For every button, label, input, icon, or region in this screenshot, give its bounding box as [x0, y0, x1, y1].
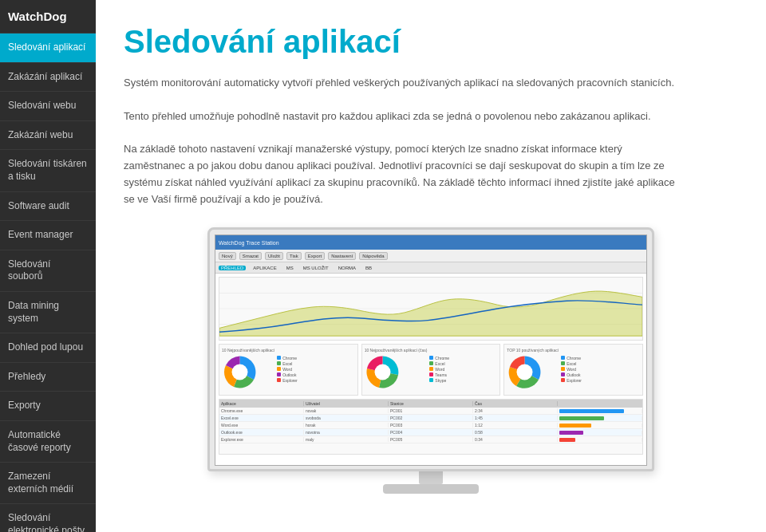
pie-title-1: 10 Nejpoužívanějších aplikací [222, 348, 274, 353]
svg-point-4 [232, 364, 248, 380]
sidebar-item-0[interactable]: Sledování aplikací [0, 33, 96, 63]
table-header: Aplikace Uživatel Stanice Čas [219, 400, 642, 408]
para-3: Na základě tohoto nastavení vznikají man… [124, 143, 675, 204]
snav-ms-ulozit: MS ULOŽIT [301, 266, 331, 270]
table-row: Explorer.exe maly PC005 0:34 [219, 436, 642, 443]
pie-chart-3 [507, 354, 543, 390]
sidebar-item-6[interactable]: Event manager [0, 221, 96, 250]
monitor-screen: WatchDog Trace Station Nový Smazat Uloži… [215, 234, 647, 466]
sidebar-item-11[interactable]: Exporty [0, 392, 96, 421]
pie-title-3: TOP 10 používaných aplikací [507, 348, 559, 353]
chart-area [219, 277, 643, 341]
monitor-illustration: WatchDog Trace Station Nový Smazat Uloži… [124, 227, 738, 494]
tb-delete: Smazat [239, 252, 262, 260]
pie-title-2: 10 Nejpoužívanějších aplikací (čas) [365, 348, 428, 353]
table-row: Word.exe horak PC003 1:12 [219, 422, 642, 429]
pie-box-1: 10 Nejpoužívanějších aplikací [219, 344, 358, 396]
sidebar-item-14[interactable]: Sledování elektronické pošty zaměstnanců [0, 504, 96, 532]
tb-settings: Nastavení [328, 252, 356, 260]
snav-prehled: PŘEHLED [219, 266, 246, 270]
main-content: Sledování aplikací Systém monitorování a… [96, 0, 766, 532]
sidebar-item-7[interactable]: Sledování souborů [0, 250, 96, 292]
svg-point-6 [374, 364, 390, 380]
screen-nav: PŘEHLED APLIKACE MS MS ULOŽIT NORMA BB [215, 262, 646, 274]
sidebar-item-2[interactable]: Sledování webu [0, 92, 96, 121]
sidebar-item-3[interactable]: Zakázání webu [0, 121, 96, 151]
tb-export: Export [305, 252, 325, 260]
screen-title: WatchDog Trace Station [219, 240, 279, 246]
table-area: Aplikace Uživatel Stanice Čas Chrome.exe… [219, 399, 643, 455]
tb-save: Uložit [265, 252, 283, 260]
screen-body: 10 Nejpoužívanějších aplikací [215, 274, 646, 458]
pie-chart-2 [365, 354, 401, 390]
pie-legend-1: Chrome Excel Word Outlook Explorer [277, 356, 298, 384]
tb-print: Tisk [286, 252, 302, 260]
screen-topbar: WatchDog Trace Station [215, 235, 646, 250]
page-title: Sledování aplikací [124, 24, 738, 59]
pie-box-3: TOP 10 používaných aplikací [503, 344, 643, 396]
sidebar-item-4[interactable]: Sledování tiskáren a tisku [0, 150, 96, 191]
description-block: Systém monitorování automaticky vytvoří … [124, 75, 682, 207]
brand-logo: WatchDog [0, 0, 96, 33]
sidebar: WatchDog Sledování aplikacíZakázání apli… [0, 0, 96, 532]
sidebar-item-5[interactable]: Software audit [0, 192, 96, 222]
pie-box-2: 10 Nejpoužívanějších aplikací (čas) [361, 344, 501, 396]
tb-new: Nový [219, 252, 236, 260]
table-row: Outlook.exe novotna PC004 0:58 [219, 429, 642, 436]
chart-svg [219, 278, 642, 340]
monitor-neck [419, 471, 443, 484]
table-row: Chrome.exe novak PC001 2:34 [219, 408, 642, 415]
snav-aplikace: APLIKACE [251, 266, 278, 270]
sidebar-item-9[interactable]: Dohled pod lupou [0, 333, 96, 363]
col-uzivatel: Uživatel [304, 401, 389, 406]
monitor-base [383, 484, 479, 494]
snav-bb: BB [363, 266, 374, 270]
col-stanice: Stanice [389, 401, 473, 406]
sidebar-item-13[interactable]: Zamezení externích médií [0, 463, 96, 504]
tb-help: Nápověda [359, 252, 387, 260]
pie-charts-row: 10 Nejpoužívanějších aplikací [219, 344, 643, 396]
para-1: Systém monitorování automaticky vytvoří … [124, 77, 674, 89]
sidebar-item-8[interactable]: Data mining system [0, 292, 96, 333]
col-cas: Čas [473, 401, 558, 406]
screen-toolbar: Nový Smazat Uložit Tisk Export Nastavení… [215, 250, 646, 262]
sidebar-item-1[interactable]: Zakázání aplikací [0, 63, 96, 93]
sidebar-item-12[interactable]: Automatické časové reporty [0, 421, 96, 463]
sidebar-item-10[interactable]: Přehledy [0, 363, 96, 392]
table-row: Excel.exe svoboda PC002 1:45 [219, 415, 642, 422]
snav-ms: MS [284, 266, 296, 270]
snav-norma: NORMA [336, 266, 358, 270]
pie-legend-3: Chrome Excel Word Outlook Explorer [561, 356, 582, 384]
col-aplikace: Aplikace [219, 401, 304, 406]
monitor-frame: WatchDog Trace Station Nový Smazat Uloži… [207, 227, 654, 471]
pie-chart-1 [222, 354, 258, 390]
svg-point-8 [517, 364, 533, 380]
pie-legend-2: Chrome Excel Word Teams Skype [429, 356, 449, 384]
para-2: Tento přehled umožňuje pohodlně nastavit… [124, 110, 651, 122]
